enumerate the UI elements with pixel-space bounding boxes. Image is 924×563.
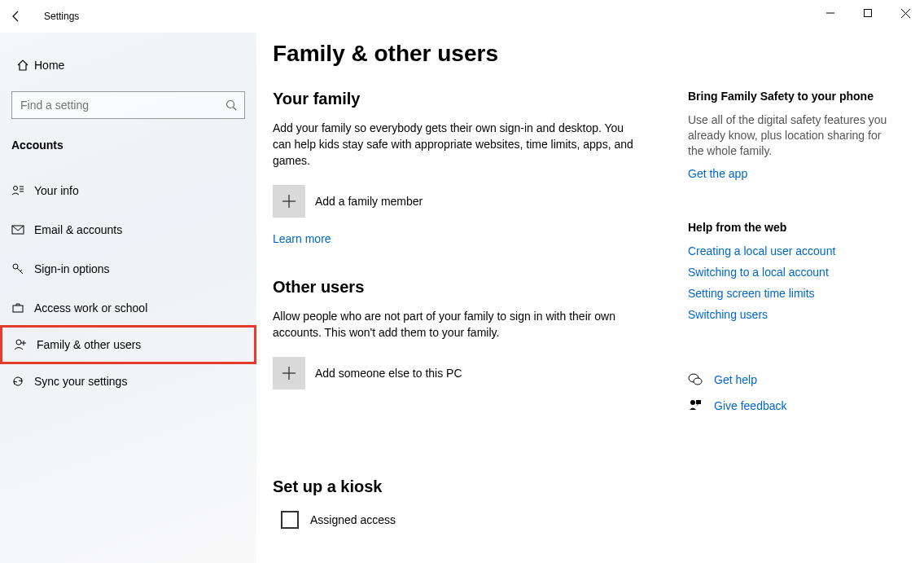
get-help-link: Get help <box>714 373 757 386</box>
family-heading: Your family <box>273 90 639 108</box>
help-links: Creating a local user account Switching … <box>688 244 900 322</box>
key-icon <box>11 262 34 275</box>
sidebar-item-label: Access work or school <box>34 301 147 314</box>
feedback-icon <box>688 398 703 413</box>
close-button[interactable] <box>887 0 924 26</box>
help-link[interactable]: Setting screen time limits <box>688 286 900 301</box>
content-left: Your family Add your family so everybody… <box>273 90 672 529</box>
svg-point-4 <box>14 187 18 191</box>
main: Family & other users Your family Add you… <box>273 33 924 563</box>
sidebar-item-label: Email & accounts <box>34 223 122 236</box>
get-app-link[interactable]: Get the app <box>688 167 747 180</box>
mail-icon <box>11 223 34 236</box>
home-icon <box>11 59 34 72</box>
others-heading: Other users <box>273 278 639 297</box>
sidebar-item-label: Family & other users <box>37 338 141 351</box>
minimize-button[interactable] <box>812 0 849 26</box>
feedback-link: Give feedback <box>714 399 787 412</box>
family-safety-heading: Bring Family Safety to your phone <box>688 90 900 103</box>
sidebar-item-sync[interactable]: Sync your settings <box>0 362 256 401</box>
briefcase-icon <box>11 301 34 314</box>
sidebar-item-email[interactable]: Email & accounts <box>0 210 256 249</box>
svg-rect-23 <box>696 400 701 404</box>
sidebar-item-family[interactable]: Family & other users <box>0 325 256 364</box>
content-right: Bring Family Safety to your phone Use al… <box>688 90 900 413</box>
plus-icon <box>273 185 305 218</box>
assigned-access-label: Assigned access <box>310 513 396 526</box>
nav-list: Your info Email & accounts Sign-in optio… <box>0 171 256 401</box>
sidebar-item-label: Sync your settings <box>34 375 127 388</box>
page-title: Family & other users <box>273 41 924 67</box>
svg-line-10 <box>17 268 23 274</box>
svg-line-11 <box>20 270 22 271</box>
sidebar-item-your-info[interactable]: Your info <box>0 171 256 210</box>
svg-point-13 <box>16 340 21 345</box>
family-safety-desc: Use all of the digital safety features y… <box>688 112 900 159</box>
sync-icon <box>11 375 34 388</box>
search-input[interactable] <box>11 91 245 119</box>
home-label: Home <box>34 59 64 72</box>
svg-point-22 <box>690 400 695 405</box>
add-family-button[interactable]: Add a family member <box>273 185 639 218</box>
svg-rect-1 <box>865 10 872 17</box>
sidebar-item-work[interactable]: Access work or school <box>0 288 256 328</box>
add-person-icon <box>14 338 37 351</box>
others-desc: Allow people who are not part of your fa… <box>273 308 639 341</box>
maximize-button[interactable] <box>849 0 887 26</box>
category-label: Accounts <box>0 130 256 166</box>
help-link[interactable]: Switching users <box>688 307 900 322</box>
search-wrap <box>11 91 245 119</box>
person-card-icon <box>11 184 34 197</box>
svg-point-21 <box>694 378 702 385</box>
back-button[interactable] <box>0 0 33 33</box>
get-help-row[interactable]: Get help <box>688 372 900 387</box>
add-other-button[interactable]: Add someone else to this PC <box>273 357 639 389</box>
assigned-access-button[interactable]: Assigned access <box>273 511 639 529</box>
help-web-heading: Help from the web <box>688 221 900 234</box>
kiosk-heading: Set up a kiosk <box>273 477 639 496</box>
window-title: Settings <box>33 11 79 22</box>
titlebar: Settings <box>0 0 924 33</box>
window-controls <box>812 0 924 26</box>
family-desc: Add your family so everybody gets their … <box>273 120 639 169</box>
help-link[interactable]: Switching to a local account <box>688 265 900 279</box>
home-nav[interactable]: Home <box>0 47 256 83</box>
sidebar-item-signin[interactable]: Sign-in options <box>0 249 256 288</box>
checkbox-icon <box>281 511 299 529</box>
sidebar-item-label: Your info <box>34 184 79 197</box>
learn-more-link[interactable]: Learn more <box>273 232 331 245</box>
sidebar-item-label: Sign-in options <box>34 262 110 275</box>
add-family-label: Add a family member <box>315 195 423 208</box>
help-link[interactable]: Creating a local user account <box>688 244 900 258</box>
add-other-label: Add someone else to this PC <box>315 367 462 380</box>
feedback-row[interactable]: Give feedback <box>688 398 900 413</box>
sidebar: Home Accounts Your info Email & accounts <box>0 33 256 563</box>
plus-icon <box>273 357 305 389</box>
svg-rect-12 <box>13 306 23 312</box>
help-chat-icon <box>688 372 703 387</box>
